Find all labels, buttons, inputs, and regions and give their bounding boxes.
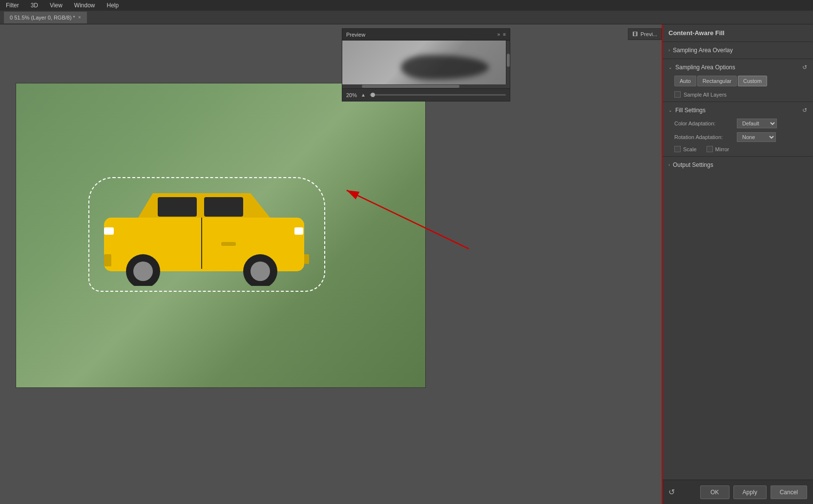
svg-rect-10 — [221, 242, 236, 246]
mirror-item: Mirror — [707, 146, 730, 152]
color-adaptation-label: Color Adaptation: — [674, 121, 733, 126]
preview-scrollbar-h[interactable] — [342, 84, 510, 88]
car-svg — [89, 179, 319, 286]
svg-point-4 — [133, 262, 153, 281]
rotation-adaptation-row: Rotation Adaptation: None Low Medium Hig… — [663, 130, 813, 144]
zoom-triangle-icon: ▲ — [361, 92, 366, 98]
ok-button[interactable]: OK — [700, 485, 730, 499]
scale-checkbox[interactable] — [674, 146, 681, 152]
zoom-slider-thumb — [371, 93, 375, 97]
camera-icon: 🎞 — [632, 31, 638, 37]
rotation-adaptation-select[interactable]: None Low Medium High Full — [737, 132, 776, 142]
fill-settings-label: Fill Settings — [675, 107, 706, 114]
rectangular-button[interactable]: Rectangular — [697, 76, 737, 86]
svg-rect-12 — [304, 254, 309, 264]
right-panel: Content-Aware Fill Sampling Area Overlay… — [662, 24, 813, 504]
expand-icon[interactable]: » — [498, 32, 500, 37]
auto-button[interactable]: Auto — [674, 76, 696, 86]
preview-footer: 20% ▲ — [342, 88, 510, 101]
output-settings-arrow-icon — [668, 162, 670, 167]
svg-rect-2 — [204, 197, 243, 217]
preview-panel-header: Preview » ≡ — [342, 29, 510, 40]
menu-filter[interactable]: Filter — [4, 2, 21, 9]
fill-settings-header-left: Fill Settings — [668, 107, 706, 114]
sampling-buttons-group: Auto Rectangular Custom — [663, 74, 813, 89]
apply-button[interactable]: Apply — [733, 485, 767, 499]
preview-header-icons: » ≡ — [498, 32, 506, 37]
main-area: Preview » ≡ 20% ▲ — [0, 24, 813, 504]
scale-label: Scale — [683, 146, 697, 152]
divider-2 — [663, 101, 813, 102]
sampling-overlay-label: Sampling Area Overlay — [673, 47, 733, 54]
panel-content: Sampling Area Overlay Sampling Area Opti… — [663, 42, 813, 480]
mirror-checkbox[interactable] — [707, 146, 713, 152]
svg-point-6 — [250, 262, 270, 281]
sampling-options-header-left: Sampling Area Options — [668, 64, 735, 71]
menu-bar: Filter 3D View Window Help — [0, 0, 813, 11]
output-settings-header-left: Output Settings — [668, 161, 713, 168]
canvas-image — [16, 83, 426, 388]
svg-rect-1 — [158, 197, 197, 217]
menu-icon[interactable]: ≡ — [503, 32, 506, 37]
zoom-label: 20% — [346, 92, 357, 98]
fill-settings-section-header[interactable]: Fill Settings ↺ — [663, 104, 813, 117]
canvas-area[interactable]: Preview » ≡ 20% ▲ — [0, 24, 662, 504]
preview-image-container[interactable] — [342, 40, 510, 84]
menu-window[interactable]: Window — [72, 2, 97, 9]
menu-view[interactable]: View — [48, 2, 64, 9]
sampling-options-arrow-icon — [668, 65, 672, 70]
divider-3 — [663, 156, 813, 157]
mini-preview-panel: 🎞 Previ... — [628, 28, 662, 40]
color-adaptation-row: Color Adaptation: Default None Low High … — [663, 117, 813, 130]
divider-1 — [663, 59, 813, 59]
svg-rect-7 — [104, 227, 114, 235]
sampling-overlay-arrow-icon — [668, 48, 670, 53]
output-settings-label: Output Settings — [673, 161, 713, 168]
svg-rect-11 — [104, 254, 111, 266]
reset-all-button[interactable]: ↺ — [668, 487, 675, 497]
scale-item: Scale — [674, 146, 697, 152]
sample-all-layers-checkbox[interactable] — [674, 91, 681, 98]
sample-all-layers-label: Sample All Layers — [684, 92, 727, 98]
output-settings-section[interactable]: Output Settings — [663, 159, 813, 171]
zoom-slider[interactable] — [370, 94, 506, 96]
svg-rect-8 — [294, 227, 303, 235]
sampling-overlay-section[interactable]: Sampling Area Overlay — [663, 44, 813, 57]
panel-title: Content-Aware Fill — [668, 29, 725, 37]
fill-settings-arrow-icon — [668, 108, 672, 113]
cancel-button[interactable]: Cancel — [771, 485, 807, 499]
preview-scrollbar-thumb — [362, 85, 459, 88]
scale-mirror-row: Scale Mirror — [663, 144, 813, 154]
bottom-bar: ↺ OK Apply Cancel — [663, 480, 813, 504]
mirror-label: Mirror — [715, 146, 730, 152]
document-tab[interactable]: 0 51.5% (Layer 0, RGB/8) * × — [4, 12, 87, 23]
sampling-options-reset-icon[interactable]: ↺ — [802, 64, 807, 71]
close-tab-icon[interactable]: × — [78, 15, 81, 20]
fill-settings-reset-icon[interactable]: ↺ — [802, 107, 807, 114]
sampling-options-section-header[interactable]: Sampling Area Options ↺ — [663, 61, 813, 74]
tab-label: 0 51.5% (Layer 0, RGB/8) * — [10, 15, 75, 20]
preview-panel: Preview » ≡ 20% ▲ — [342, 28, 510, 101]
rotation-adaptation-label: Rotation Adaptation: — [674, 134, 733, 140]
sample-all-layers-row[interactable]: Sample All Layers — [663, 89, 813, 100]
custom-button[interactable]: Custom — [738, 76, 767, 86]
menu-help[interactable]: Help — [105, 2, 121, 9]
sampling-options-label: Sampling Area Options — [675, 64, 735, 71]
mini-preview-label: Previ... — [641, 31, 657, 37]
preview-title: Preview — [346, 32, 365, 38]
color-adaptation-select[interactable]: Default None Low High Very High — [737, 119, 777, 128]
panel-title-bar: Content-Aware Fill — [663, 24, 813, 42]
sampling-overlay-header-left: Sampling Area Overlay — [668, 47, 733, 54]
tab-bar: 0 51.5% (Layer 0, RGB/8) * × — [0, 11, 813, 24]
menu-3d[interactable]: 3D — [29, 2, 40, 9]
